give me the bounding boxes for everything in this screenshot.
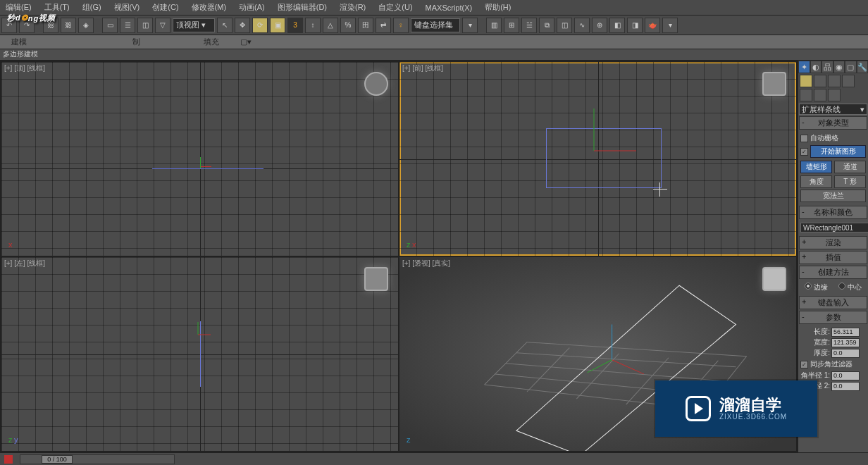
viewport-left-label[interactable]: [+] [左] [线框]: [4, 259, 45, 268]
autogrid-checkbox[interactable]: [800, 135, 808, 142]
rollout-name-color[interactable]: -名称和颜色: [799, 206, 867, 219]
viewport-left[interactable]: [+] [左] [线框] z y: [1, 257, 398, 451]
rollout-create-method[interactable]: -创建方法: [799, 266, 867, 279]
viewport-front[interactable]: [+] [前] [线框] z x: [399, 62, 796, 256]
layers-button[interactable]: ☱: [521, 18, 537, 33]
viewport-top-label[interactable]: [+] [顶] [线框]: [4, 63, 45, 73]
menu-anim[interactable]: 动画(A): [239, 2, 265, 13]
radio-edge[interactable]: [805, 283, 812, 290]
cat-systems-icon[interactable]: [828, 89, 841, 101]
viewcube-front[interactable]: [762, 72, 786, 96]
menu-help[interactable]: 帮助(H): [485, 2, 511, 13]
viewcube-left[interactable]: [364, 267, 388, 291]
wide-flange-button[interactable]: 宽法兰: [800, 190, 866, 202]
startnew-checkbox[interactable]: ✓: [800, 148, 808, 156]
filter-button[interactable]: ▽: [155, 18, 170, 33]
cat-geometry-icon[interactable]: [800, 75, 812, 87]
dropdown-arrow[interactable]: ▾: [462, 18, 478, 33]
start-new-shape-button[interactable]: 开始新图形: [810, 145, 866, 158]
snap-toggle-button[interactable]: ♀: [393, 18, 409, 33]
menu-tools[interactable]: 工具(T): [44, 2, 70, 13]
viewport-top[interactable]: [+] [顶] [线框] x: [1, 62, 398, 256]
named-selection[interactable]: 键盘选择集: [411, 18, 460, 32]
scale-button[interactable]: ▣: [270, 18, 285, 33]
mirror-button[interactable]: ⇄: [376, 18, 391, 33]
angle-button[interactable]: 角度: [800, 175, 832, 188]
object-name-input[interactable]: [800, 223, 868, 232]
ribbon-dropdown-icon[interactable]: ▢▾: [240, 37, 252, 46]
wall-rect-button[interactable]: 墙矩形: [800, 161, 832, 173]
viewcube-top[interactable]: [364, 72, 388, 96]
tab-create[interactable]: ✦: [798, 61, 810, 73]
menu-custom[interactable]: 自定义(U): [378, 2, 412, 13]
viewcube-persp[interactable]: [762, 267, 786, 291]
cat-cameras-icon[interactable]: [842, 75, 855, 87]
tab-modify[interactable]: ◐: [810, 61, 822, 73]
render-button[interactable]: ▾: [662, 18, 678, 33]
tab-display[interactable]: ▢: [845, 61, 857, 73]
view-select[interactable]: 顶视图 ▾: [173, 18, 215, 32]
sub-ribbon[interactable]: 多边形建模: [0, 49, 868, 61]
cat-helpers-icon[interactable]: [800, 89, 812, 101]
width-input[interactable]: [831, 338, 860, 347]
corner-radius2-input[interactable]: [831, 382, 860, 391]
redo-button[interactable]: ↷: [19, 18, 35, 33]
render-setup-button[interactable]: ◧: [609, 18, 625, 33]
rollout-object-type[interactable]: -对象类型: [799, 116, 867, 130]
tab-hierarchy[interactable]: 品: [822, 61, 833, 73]
menu-maxscript[interactable]: MAXScript(X): [426, 4, 473, 12]
unlink-button[interactable]: ⛓̸: [61, 18, 76, 33]
viewport-front-label[interactable]: [+] [前] [线框]: [402, 63, 443, 73]
tab-motion[interactable]: ◉: [833, 61, 845, 73]
axis-x-button[interactable]: ↕: [305, 18, 321, 33]
t-shape-button[interactable]: T 形: [834, 175, 866, 188]
curve-editor-button[interactable]: ∿: [574, 18, 590, 33]
corner-radius1-input[interactable]: [831, 371, 860, 380]
cat-lights-icon[interactable]: [828, 75, 841, 87]
time-slider[interactable]: 0 / 100: [20, 454, 175, 464]
shape-type-dropdown[interactable]: 扩展样条线▾: [799, 104, 867, 115]
tab-utilities[interactable]: 🔧: [857, 61, 869, 73]
rollout-render[interactable]: +渲染: [799, 236, 867, 249]
schematic-button[interactable]: ◫: [557, 18, 572, 33]
select-region-button[interactable]: ◫: [137, 18, 153, 33]
undo-button[interactable]: ↶: [1, 18, 17, 33]
teapot-button[interactable]: 🫖: [645, 18, 660, 33]
menu-create[interactable]: 创建(C): [152, 2, 178, 13]
align-button[interactable]: ▥: [486, 18, 502, 33]
link-button[interactable]: ⛓: [43, 18, 58, 33]
rotate-button[interactable]: ⟳: [252, 18, 268, 33]
menu-grapheditor[interactable]: 图形编辑器(D): [278, 2, 327, 13]
select-button[interactable]: ▭: [102, 18, 118, 33]
viewport-persp-label[interactable]: [+] [透视] [真实]: [402, 259, 450, 268]
time-slider-knob[interactable]: 0 / 100: [42, 455, 73, 464]
bind-button[interactable]: ◈: [78, 18, 94, 33]
align2-button[interactable]: ⊞: [504, 18, 519, 33]
ribbon-copy[interactable]: 制: [132, 37, 140, 47]
menu-view[interactable]: 视图(V): [114, 2, 140, 13]
axis-y-button[interactable]: △: [323, 18, 338, 33]
material-button[interactable]: ⊕: [592, 18, 607, 33]
ref-coord-button[interactable]: 3: [287, 18, 303, 33]
render-frame-button[interactable]: ◨: [627, 18, 643, 33]
ribbon-tab-modeling[interactable]: 建模: [11, 37, 27, 47]
menu-group[interactable]: 组(G): [82, 2, 101, 13]
sync-corner-checkbox[interactable]: ✓: [800, 361, 808, 368]
menu-render[interactable]: 渲染(R): [340, 2, 366, 13]
rollout-keyboard-entry[interactable]: +键盘输入: [799, 296, 867, 309]
thickness-input[interactable]: [831, 349, 860, 358]
select-obj-button[interactable]: ↖: [217, 18, 232, 33]
rollout-interp[interactable]: +插值: [799, 251, 867, 264]
cat-shapes-icon[interactable]: [814, 75, 826, 87]
menu-modifier[interactable]: 修改器(M): [192, 2, 227, 13]
rollout-params[interactable]: -参数: [799, 311, 867, 324]
layer2-button[interactable]: ⧉: [539, 18, 554, 33]
move-button[interactable]: ✥: [235, 18, 250, 33]
ribbon-fill[interactable]: 填充: [204, 37, 219, 47]
percent-button[interactable]: %: [340, 18, 356, 33]
hierarchy-button[interactable]: 田: [358, 18, 373, 33]
channel-button[interactable]: 通道: [834, 161, 866, 173]
menu-edit[interactable]: 编辑(E): [6, 2, 32, 13]
record-icon[interactable]: [4, 455, 13, 464]
length-input[interactable]: [831, 328, 860, 337]
